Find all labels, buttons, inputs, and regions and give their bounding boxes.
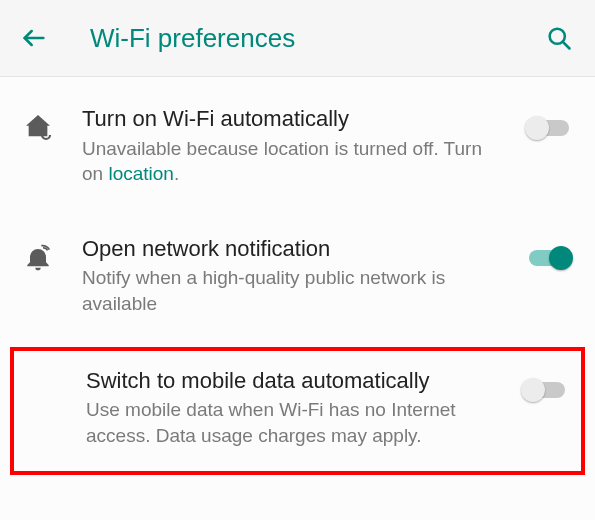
setting-title: Turn on Wi-Fi automatically (82, 105, 493, 134)
setting-subtitle: Use mobile data when Wi-Fi has no Intern… (86, 397, 489, 448)
location-link[interactable]: location (108, 163, 174, 184)
search-button[interactable] (543, 22, 575, 54)
page-title: Wi-Fi preferences (90, 23, 543, 54)
setting-mobile-data-switch[interactable]: Switch to mobile data automatically Use … (24, 359, 571, 453)
setting-auto-wifi[interactable]: Turn on Wi-Fi automatically Unavailable … (0, 81, 595, 211)
setting-title: Open network notification (82, 235, 493, 264)
back-button[interactable] (18, 22, 50, 54)
setting-subtitle: Notify when a high-quality public networ… (82, 265, 493, 316)
search-icon (545, 24, 573, 52)
toggle-open-network[interactable] (525, 245, 573, 271)
home-refresh-icon (22, 111, 54, 143)
back-arrow-icon (20, 24, 48, 52)
setting-subtitle: Unavailable because location is turned o… (82, 136, 493, 187)
app-header: Wi-Fi preferences (0, 0, 595, 77)
highlighted-setting: Switch to mobile data automatically Use … (10, 347, 585, 475)
toggle-mobile-data[interactable] (521, 377, 569, 403)
settings-list: Turn on Wi-Fi automatically Unavailable … (0, 77, 595, 475)
setting-open-network[interactable]: Open network notification Notify when a … (0, 211, 595, 341)
bell-wifi-icon (22, 241, 54, 273)
setting-title: Switch to mobile data automatically (86, 367, 489, 396)
svg-line-2 (563, 42, 570, 49)
toggle-auto-wifi[interactable] (525, 115, 573, 141)
